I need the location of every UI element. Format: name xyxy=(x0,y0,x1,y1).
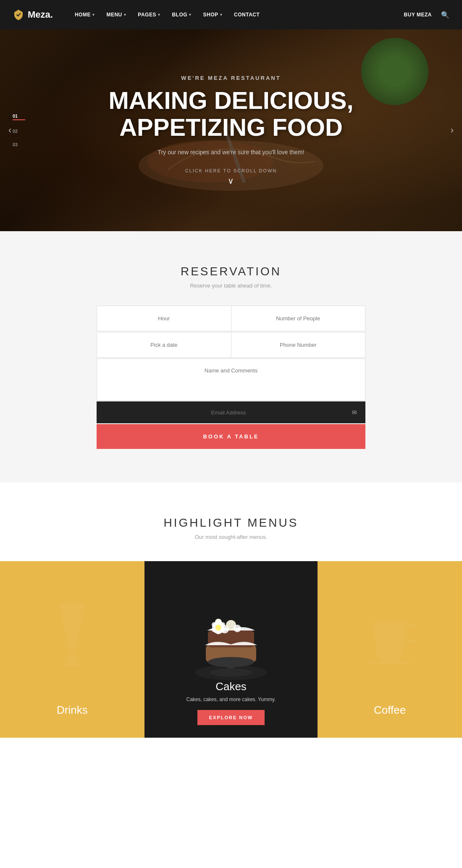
menu-card-drinks[interactable]: Drinks xyxy=(0,561,144,738)
reservation-header: RESERVATION Reserve your table ahead of … xyxy=(0,265,462,289)
svg-rect-5 xyxy=(62,662,83,666)
nav-list: HOME ▾ MENU ▾ PAGES ▾ BLOG ▾ SHOP ▾ CONT… xyxy=(70,8,399,21)
search-icon[interactable]: 🔍 xyxy=(441,11,449,19)
form-row-2 xyxy=(97,332,365,358)
hero-dot-1[interactable]: 01 xyxy=(13,113,25,120)
nav-item-contact[interactable]: CONTACT xyxy=(229,8,265,21)
hero-food-decoration xyxy=(361,38,428,105)
svg-point-20 xyxy=(215,625,221,631)
nav-item-blog[interactable]: BLOG ▾ xyxy=(167,8,196,21)
date-input[interactable] xyxy=(97,332,231,358)
menu-card-cakes[interactable]: Cakes Cakes, cakes, and more cakes. Yumm… xyxy=(144,561,318,738)
hero-description: Try our new recipes and we're sure that … xyxy=(108,149,353,156)
svg-rect-4 xyxy=(68,654,76,662)
reservation-section: RESERVATION Reserve your table ahead of … xyxy=(0,231,462,483)
logo-icon xyxy=(13,9,24,21)
hero-section: 01 02 03 WE'RE MEZA RESTAURANT MAKING DE… xyxy=(0,29,462,231)
chevron-icon: ▾ xyxy=(158,13,160,17)
hero-prev-button[interactable]: ‹ xyxy=(8,125,11,136)
drinks-decoration xyxy=(47,595,97,673)
highlight-subtitle: Our most sought-after menus. xyxy=(0,534,462,540)
email-input[interactable] xyxy=(105,409,352,416)
hero-subtitle: WE'RE MEZA RESTAURANT xyxy=(108,75,353,81)
menu-cards: Drinks xyxy=(0,561,462,738)
cakes-card-content: Cakes Cakes, cakes, and more cakes. Yumm… xyxy=(144,667,318,738)
hero-next-button[interactable]: › xyxy=(451,125,454,136)
highlight-header: HIGHLIGHT MENUS Our most sought-after me… xyxy=(0,516,462,540)
hero-scroll-text[interactable]: Click here to scroll down xyxy=(108,168,353,173)
comments-input[interactable] xyxy=(97,359,365,401)
chevron-icon: ▾ xyxy=(124,13,126,17)
highlight-section: HIGHLIGHT MENUS Our most sought-after me… xyxy=(0,483,462,738)
chevron-icon: ▾ xyxy=(220,13,223,17)
coffee-label: Coffee xyxy=(374,704,406,717)
hero-dots: 01 02 03 xyxy=(13,113,25,147)
drinks-label: Drinks xyxy=(57,704,88,717)
reservation-title: RESERVATION xyxy=(0,265,462,278)
svg-point-13 xyxy=(234,625,241,632)
cakes-title: Cakes xyxy=(157,680,305,693)
buy-meza-link[interactable]: BUY MEZA xyxy=(399,8,437,21)
hero-title: MAKING DELICIOUS, APPETIZING FOOD xyxy=(108,87,353,141)
chevron-icon: ▾ xyxy=(189,13,192,17)
navbar: Meza. HOME ▾ MENU ▾ PAGES ▾ BLOG ▾ SHOP … xyxy=(0,0,462,29)
people-input[interactable] xyxy=(231,306,366,331)
book-table-button[interactable]: BOOK A TABLE xyxy=(97,424,365,449)
hour-input[interactable] xyxy=(97,306,231,331)
cakes-description: Cakes, cakes, and more cakes. Yummy. xyxy=(157,697,305,702)
chevron-icon: ▾ xyxy=(92,13,95,17)
reservation-form: ✉ BOOK A TABLE xyxy=(88,306,374,449)
coffee-decoration xyxy=(365,604,415,669)
svg-rect-24 xyxy=(369,661,411,664)
menu-card-coffee[interactable]: Coffee xyxy=(318,561,462,738)
hero-content: WE'RE MEZA RESTAURANT MAKING DELICIOUS, … xyxy=(100,66,362,195)
phone-input[interactable] xyxy=(231,332,366,358)
email-icon: ✉ xyxy=(352,409,357,416)
highlight-title: HIGHLIGHT MENUS xyxy=(0,516,462,530)
reservation-subtitle: Reserve your table ahead of time. xyxy=(0,282,462,289)
nav-item-pages[interactable]: PAGES ▾ xyxy=(133,8,165,21)
nav-item-menu[interactable]: MENU ▾ xyxy=(101,8,131,21)
nav-item-home[interactable]: HOME ▾ xyxy=(70,8,100,21)
hero-scroll-arrow[interactable]: ∨ xyxy=(108,176,353,186)
explore-button[interactable]: EXPLORE NOW xyxy=(197,710,265,725)
email-row: ✉ xyxy=(97,401,365,423)
hero-dot-3[interactable]: 03 xyxy=(13,142,25,147)
logo[interactable]: Meza. xyxy=(13,9,53,21)
hero-dot-2[interactable]: 02 xyxy=(13,129,25,134)
nav-item-shop[interactable]: SHOP ▾ xyxy=(198,8,228,21)
form-row-1 xyxy=(97,306,365,331)
